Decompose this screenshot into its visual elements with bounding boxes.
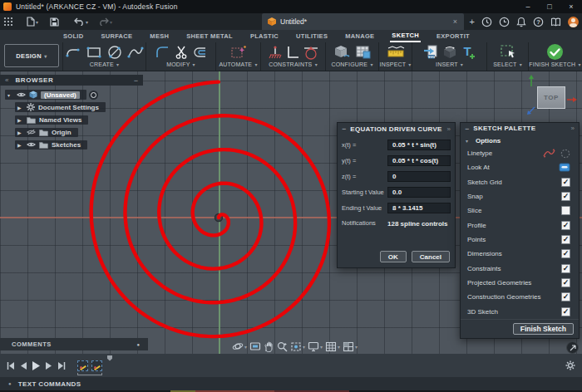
tab-manage[interactable]: MANAGE [343,31,376,42]
expander-icon[interactable]: ▶ [17,105,23,110]
configuration-table-icon[interactable] [354,44,371,60]
document-node-label[interactable]: (Unsaved) [41,91,80,99]
zoom-icon[interactable] [277,341,288,352]
fix-constraint-icon[interactable] [269,45,282,60]
tab-exportit[interactable]: EXPORTIT [435,31,471,42]
select-tool-icon[interactable] [500,44,516,60]
tree-label[interactable]: Origin [52,129,72,136]
group-label-finish-sketch[interactable]: FINISH SKETCH ▾ [529,61,580,71]
timeline-sketch-feature-1[interactable] [77,360,88,371]
group-label-automate[interactable]: AUTOMATE ▾ [219,61,257,71]
navigation-wheel-icon[interactable] [566,341,579,354]
pan-hand-icon[interactable] [264,341,274,352]
new-tab-icon[interactable]: + [470,17,475,27]
projected-geometries-checkbox[interactable]: ✓ [561,278,570,287]
start-t-input[interactable]: 0.0 [387,187,451,198]
insert-svg-icon[interactable]: SVG [423,44,438,60]
clock-icon[interactable] [499,17,510,27]
measure-ruler-icon[interactable] [387,46,405,59]
palette-collapse-icon[interactable]: − [465,125,469,133]
save-icon[interactable] [47,13,62,30]
tree-item-document[interactable]: ▾ (Unsaved) [5,89,143,100]
timeline-sketch-feature-2[interactable] [91,360,102,371]
dialog-collapse-icon[interactable]: − [342,125,346,133]
snap-checkbox[interactable]: ✓ [561,192,570,201]
look-at-icon[interactable] [559,163,570,172]
finish-sketch-check-icon[interactable] [546,43,564,61]
group-label-create[interactable]: CREATE ▾ [90,61,119,71]
go-to-start-icon[interactable] [7,362,14,370]
comments-bar[interactable]: COMMENTS ● [0,338,148,350]
section-expander-icon[interactable]: ▾ [466,138,471,144]
slice-checkbox[interactable] [561,206,570,215]
group-label-constraints[interactable]: CONSTRAINTS ▾ [269,61,318,71]
eye-icon[interactable] [27,141,36,148]
learning-book-icon[interactable] [550,17,561,27]
help-icon[interactable]: ? [533,17,544,27]
3d-sketch-checkbox[interactable]: ✓ [561,307,570,316]
expander-icon[interactable]: ▶ [17,130,23,135]
fit-icon[interactable]: ▾ [290,341,305,352]
sketch-grid-checkbox[interactable]: ✓ [561,178,570,187]
spline-tool-icon[interactable] [127,45,144,60]
tree-item-sketches[interactable]: ▶ Sketches [15,139,143,150]
timeline-gear-icon[interactable] [565,360,582,370]
app-grid-icon[interactable] [0,13,17,30]
tree-item-document-settings[interactable]: ▶ Document Settings [15,101,143,113]
text-commands-bar[interactable]: ● TEXT COMMANDS [0,377,582,390]
tangent-constraint-icon[interactable] [303,45,318,60]
expander-icon[interactable]: ▶ [17,142,23,148]
group-label-inspect[interactable]: INSPECT ▾ [380,61,412,71]
tab-plastic[interactable]: PLASTIC [249,31,280,42]
profile-checkbox[interactable]: ✓ [561,221,570,230]
browser-minimize-icon[interactable]: − [134,76,138,85]
eye-off-icon[interactable] [27,129,36,135]
timeline-position-marker[interactable] [107,355,112,361]
finish-sketch-button[interactable]: Finish Sketch [513,323,574,335]
insert-text-icon[interactable]: T [461,44,476,60]
tab-solid[interactable]: SOLID [62,31,85,42]
user-avatar[interactable] [568,17,579,27]
job-status-icon[interactable] [481,17,492,27]
document-tab[interactable]: Untitled* × [262,13,464,30]
expander-icon[interactable]: ▶ [17,117,23,123]
design-dropdown[interactable]: DESIGN ▾ [4,44,59,67]
circle-tool-icon[interactable] [106,45,123,60]
group-label-configure[interactable]: CONFIGURE ▾ [331,61,372,71]
orbit-icon[interactable]: ▾ [232,341,247,352]
trim-scissors-icon[interactable] [175,45,188,60]
dialog-dock-icon[interactable]: » [447,125,451,133]
expander-open-icon[interactable]: ▾ [7,92,13,98]
step-back-icon[interactable] [20,362,27,370]
tab-utilities[interactable]: UTILITIES [294,31,329,42]
end-t-input[interactable]: 8 * 3.1415 [387,203,451,213]
tree-label[interactable]: Document Settings [38,104,99,111]
construction-geometries-checkbox[interactable]: ✓ [561,292,570,301]
dimensions-checkbox[interactable]: ✓ [561,249,570,258]
cancel-button[interactable]: Cancel [412,251,450,262]
look-at-nav-icon[interactable] [249,341,261,351]
group-label-modify[interactable]: MODIFY ▾ [166,61,195,71]
xt-input[interactable]: 0.05 * t * sin(t) [387,140,451,150]
play-icon[interactable] [32,361,40,370]
yt-input[interactable]: 0.05 * t * cos(t) [387,155,451,166]
points-checkbox[interactable]: ✓ [561,235,570,244]
tab-mesh[interactable]: MESH [148,31,170,42]
tree-label[interactable]: Sketches [52,141,81,149]
linetype-normal-icon[interactable] [543,149,555,158]
viewports-icon[interactable]: ▾ [343,341,358,352]
minimize-button[interactable]: – [517,0,539,13]
redo-icon[interactable]: ▾ [95,13,116,30]
options-section-header[interactable]: ▾ Options [461,135,579,146]
ok-button[interactable]: OK [380,251,407,262]
viewcube[interactable]: TOP [537,86,565,109]
file-menu-icon[interactable]: ▾ [23,13,42,30]
offset-tool-icon[interactable] [192,45,207,60]
fillet-tool-icon[interactable] [155,45,170,60]
tab-surface[interactable]: SURFACE [99,31,134,42]
line-tool-icon[interactable] [65,45,81,60]
viewcube-face-label[interactable]: TOP [544,94,559,101]
tree-item-origin[interactable]: ▶ Origin [15,126,143,138]
activate-radio-icon[interactable] [89,91,98,100]
group-label-insert[interactable]: INSERT ▾ [436,61,463,71]
